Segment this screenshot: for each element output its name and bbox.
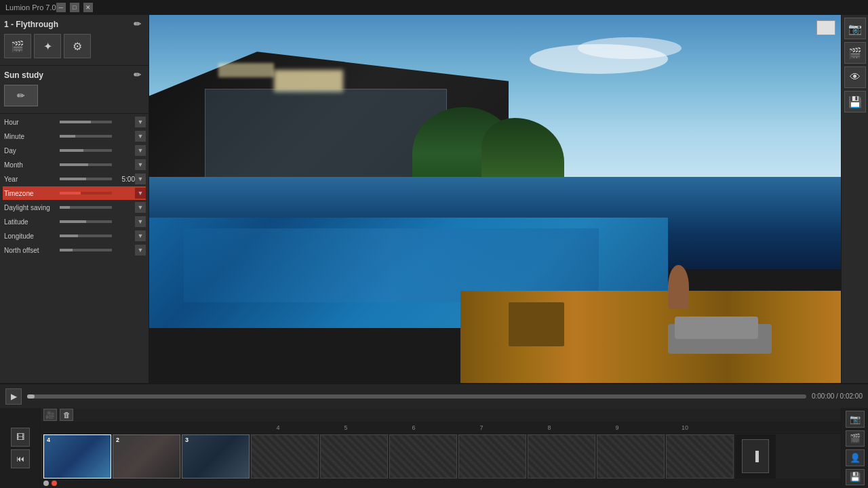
sun-study-title: Sun study bbox=[4, 70, 43, 80]
north-offset-arrow[interactable]: ▼ bbox=[135, 245, 146, 256]
longitude-track[interactable] bbox=[60, 235, 112, 237]
dot-indicators bbox=[41, 479, 841, 488]
close-button[interactable]: ✕ bbox=[83, 3, 93, 12]
latitude-arrow[interactable]: ▼ bbox=[135, 216, 146, 227]
month-track[interactable] bbox=[60, 163, 112, 166]
render-video-button[interactable]: 🎬 bbox=[844, 42, 866, 64]
tick-6: 6 bbox=[380, 424, 448, 431]
daylight-track[interactable] bbox=[60, 206, 112, 209]
empty-clip-7[interactable] bbox=[666, 434, 734, 479]
lounge-chair-2 bbox=[675, 317, 757, 339]
month-label: Month bbox=[3, 161, 57, 169]
north-offset-track[interactable] bbox=[60, 249, 112, 251]
flythrough-header: 1 - Flythrough ✏ bbox=[4, 19, 144, 30]
year-label: Year bbox=[3, 176, 57, 183]
render-photo-button[interactable]: 📷 bbox=[844, 18, 866, 39]
clip-3[interactable]: 3 bbox=[182, 434, 250, 479]
empty-clip-2[interactable] bbox=[320, 434, 388, 479]
pencil-button[interactable]: ✏ bbox=[4, 85, 38, 106]
daylight-label: Daylight saving bbox=[3, 204, 57, 211]
time-display: 0:00:00 / 0:02:00 bbox=[812, 392, 863, 400]
day-track[interactable] bbox=[60, 149, 112, 152]
empty-clip-3[interactable] bbox=[389, 434, 457, 479]
sun-study-section: Sun study ✏ ✏ bbox=[0, 66, 149, 114]
person-button[interactable]: 👤 bbox=[846, 449, 865, 466]
longitude-arrow[interactable]: ▼ bbox=[135, 230, 146, 241]
film-strip-button[interactable]: 🎞 bbox=[11, 428, 30, 447]
clip-icon-button[interactable]: 🎥 bbox=[43, 409, 57, 421]
titlebar: Lumion Pro 7.0 ─ □ ✕ bbox=[0, 0, 868, 15]
minute-label: Minute bbox=[3, 133, 57, 140]
dot-1 bbox=[43, 481, 49, 486]
hour-arrow[interactable]: ▼ bbox=[135, 117, 146, 127]
timezone-slider-row: Timezone ▼ bbox=[3, 186, 146, 200]
latitude-track[interactable] bbox=[60, 220, 112, 223]
sun-study-toolbar: ✏ bbox=[4, 85, 144, 106]
cloud-2 bbox=[578, 37, 682, 60]
clips-container: 🎥 🗑 4 5 6 7 8 9 10 bbox=[41, 408, 841, 488]
flythrough-section: 1 - Flythrough ✏ 🎬 ✦ ⚙ bbox=[0, 15, 149, 66]
minute-slider-row: Minute ▼ bbox=[3, 129, 146, 143]
save-project-button[interactable]: 💾 bbox=[846, 469, 865, 485]
clip-1-number: 4 bbox=[47, 436, 50, 443]
longitude-slider-row: Longitude ▼ bbox=[3, 229, 146, 243]
sun-study-edit-icon[interactable]: ✏ bbox=[134, 70, 144, 81]
clips-row: 4 2 3 bbox=[41, 434, 841, 479]
day-arrow[interactable]: ▼ bbox=[135, 145, 146, 156]
daylight-arrow[interactable]: ▼ bbox=[135, 202, 146, 213]
interior-light-2 bbox=[218, 63, 274, 78]
daylight-slider-row: Daylight saving ▼ bbox=[3, 201, 146, 214]
north-offset-slider-row: North offset ▼ bbox=[3, 243, 146, 257]
hour-label: Hour bbox=[3, 119, 57, 126]
hour-track[interactable] bbox=[60, 121, 112, 123]
day-label: Day bbox=[3, 147, 57, 155]
clip-delete-button[interactable]: 🗑 bbox=[60, 409, 73, 421]
video-render-button[interactable]: 🎬 bbox=[846, 430, 865, 447]
flythrough-edit-icon[interactable]: ✏ bbox=[134, 19, 144, 30]
app-title: Lumion Pro 7.0 bbox=[5, 3, 56, 12]
flythrough-title: 1 - Flythrough bbox=[4, 20, 58, 29]
clip-1[interactable]: 4 bbox=[43, 434, 111, 479]
sliders-section: Hour ▼ Minute ▼ Day bbox=[0, 114, 149, 259]
clip-2[interactable]: 2 bbox=[113, 434, 180, 479]
right-toolbar: 📷 🎬 👁 💾 bbox=[841, 15, 868, 383]
month-arrow[interactable]: ▼ bbox=[135, 159, 146, 170]
tick-9: 9 bbox=[583, 424, 651, 431]
main-layout: 1 - Flythrough ✏ 🎬 ✦ ⚙ Sun study ✏ ✏ bbox=[0, 15, 868, 488]
year-arrow[interactable]: ▼ bbox=[135, 174, 146, 184]
dot-2 bbox=[52, 481, 57, 486]
empty-clip-1[interactable] bbox=[251, 434, 319, 479]
timezone-arrow[interactable]: ▼ bbox=[135, 188, 146, 199]
person-figure bbox=[668, 265, 689, 309]
settings-tool-button[interactable]: ⚙ bbox=[64, 34, 91, 58]
longitude-label: Longitude bbox=[3, 232, 57, 240]
full-bottom: 🎞 ⏮ 🎥 🗑 4 5 6 7 8 bbox=[0, 408, 868, 488]
empty-clip-4[interactable] bbox=[458, 434, 526, 479]
effects-tool-button[interactable]: ✦ bbox=[34, 34, 61, 58]
right-side-buttons: 📷 🎬 👤 💾 bbox=[841, 408, 868, 488]
empty-clip-6[interactable] bbox=[597, 434, 665, 479]
viewport[interactable] bbox=[149, 15, 841, 383]
play-button[interactable]: ▶ bbox=[5, 388, 22, 405]
table bbox=[509, 302, 564, 346]
minute-arrow[interactable]: ▼ bbox=[135, 131, 146, 142]
bottom-bar: ▶ 0:00:00 / 0:02:00 🎞 ⏮ 🎥 🗑 bbox=[0, 383, 868, 488]
timeline-bar[interactable] bbox=[27, 394, 806, 399]
window-controls: ─ □ ✕ bbox=[56, 3, 93, 12]
timezone-label: Timezone bbox=[3, 190, 57, 197]
year-track[interactable] bbox=[60, 178, 112, 180]
render-button[interactable]: 📷 bbox=[846, 411, 865, 427]
hour-slider-row: Hour ▼ bbox=[3, 115, 146, 129]
save-button[interactable]: 💾 bbox=[844, 91, 866, 113]
clip-2-number: 2 bbox=[116, 436, 119, 443]
skip-prev-button[interactable]: ⏮ bbox=[11, 449, 30, 468]
month-slider-row: Month ▼ bbox=[3, 158, 146, 171]
maximize-button[interactable]: □ bbox=[70, 3, 79, 12]
timezone-track[interactable] bbox=[60, 192, 112, 195]
render-360-button[interactable]: 👁 bbox=[844, 66, 866, 88]
flythrough-toolbar: 🎬 ✦ ⚙ bbox=[4, 34, 144, 58]
minute-track[interactable] bbox=[60, 135, 112, 138]
empty-clip-5[interactable] bbox=[528, 434, 595, 479]
camera-tool-button[interactable]: 🎬 bbox=[4, 34, 31, 58]
minimize-button[interactable]: ─ bbox=[56, 3, 66, 12]
